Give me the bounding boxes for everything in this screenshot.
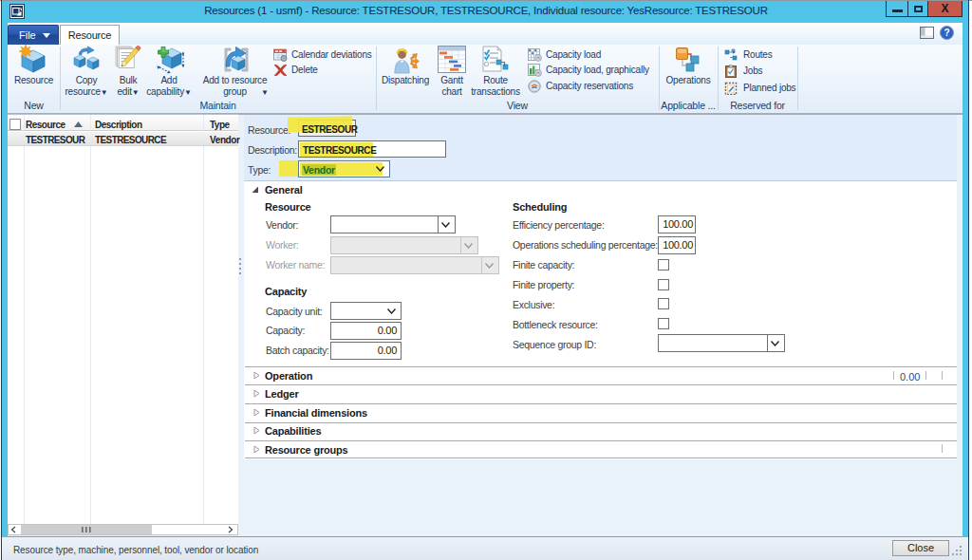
svg-text:?: ? <box>944 28 949 38</box>
